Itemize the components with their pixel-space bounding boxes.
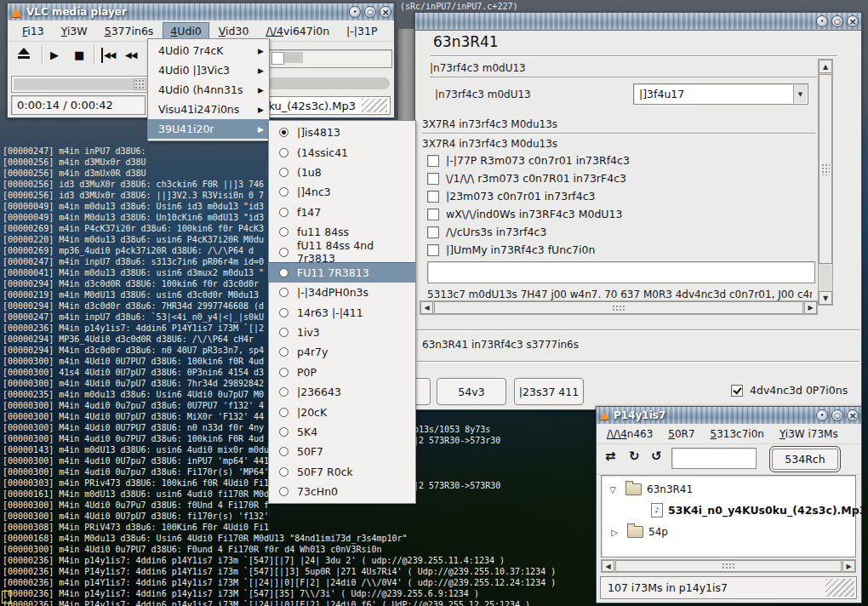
radio-icon[interactable] [279,467,288,477]
scrollbar-thumb[interactable] [819,74,832,264]
minimize-icon[interactable]: • [816,409,828,421]
scroll-left-icon[interactable]: ◀ [420,301,433,314]
radio-icon[interactable] [279,187,288,197]
minimize-icon[interactable]: • [816,15,828,27]
radio-icon[interactable] [279,168,288,177]
repeat-icon[interactable]: ↺ [651,449,662,464]
radio-icon[interactable] [279,288,288,297]
radio-icon[interactable] [279,487,288,496]
tree-group-label[interactable]: 63n3R41 [647,483,693,495]
interface-module-combo[interactable]: |]3f4u17 ▼ [633,83,808,105]
radio-icon[interactable] [279,227,288,237]
menu-item[interactable]: Yi3W [54,22,95,40]
menu-item[interactable]: Vid30 [211,22,257,40]
equalizer-menu-item[interactable]: f147 [269,203,415,222]
tree-item-label[interactable]: 53K4i_n0_y4KUs0ku_(42s3c).Mp3 [668,504,866,517]
scrollbar-thumb[interactable] [434,301,803,314]
equalizer-menu-item[interactable]: (14ssic41 [269,142,415,162]
equalizer-menu-item[interactable]: 1iv3 [269,323,415,342]
equalizer-menu-item[interactable]: |236643 [269,382,415,402]
play-button[interactable]: ▶ [50,48,59,63]
checkbox-row[interactable]: |]UmMy in73Rf4c3 fUnc7i0n [427,241,630,259]
menu-item[interactable]: Fi13 [14,22,52,40]
maximize-icon[interactable]: ○ [364,6,376,18]
radio-icon[interactable] [279,328,288,337]
modules-text-field[interactable] [427,261,815,283]
seek-slider-handle[interactable] [134,78,146,90]
equalizer-menu-item[interactable]: 5K4 [269,422,415,442]
shuffle-icon[interactable]: ⇄ [605,449,616,464]
audio-menu-item[interactable]: 39U41i20r [148,119,269,139]
main-titlebar[interactable]: VLC media player • ○ × [8,3,394,21]
checkbox-row[interactable]: wX\/\/ind0Ws in73RF4c3 M0dU13 [427,205,630,223]
equalizer-menu-item[interactable]: 50F7 [269,442,415,461]
volume-handle[interactable] [271,52,284,65]
equalizer-menu-item[interactable]: |]is4813 [269,123,415,142]
equalizer-menu-item[interactable]: 73cHn0 [269,482,415,501]
radio-icon[interactable] [279,427,288,437]
playlist-horizontal-scrollbar[interactable]: ◀ ▶ [601,559,856,573]
checkbox-row[interactable]: \/1/\/\ r3m073 c0n7R01 in73rF4c3 [427,169,630,187]
tree-item-current[interactable]: ♪ 53K4i_n0_y4KUs0ku_(42s3c).Mp3 [602,500,855,519]
checkbox-row[interactable]: |23m073 c0n7r01 in73rf4c3 [427,187,630,205]
playlist-titlebar[interactable]: P14y1is7 • ○ × [597,407,861,425]
radio-icon[interactable] [279,447,288,456]
previous-button[interactable]: ◀◀ [101,48,115,63]
audio-menu-item[interactable]: Visu41i247i0ns [148,100,269,119]
radio-icon[interactable] [279,268,288,277]
radio-icon[interactable] [279,368,288,377]
resize-grip-icon[interactable] [825,579,854,597]
save-button[interactable]: 54v3 [437,378,506,405]
equalizer-menu-item[interactable]: (1u8 [269,163,415,182]
audio-menu-item[interactable]: 4Udi0 |]3Vic3 [148,60,269,80]
menu-item[interactable]: 5313c7i0n [705,426,769,442]
tree-group-label[interactable]: 54p [648,526,668,538]
menu-item[interactable]: /\/\4n463 [602,426,658,442]
resize-grip-icon[interactable] [362,99,387,112]
reset-all-button[interactable]: |23s37 411 [514,378,584,405]
horizontal-scrollbar[interactable]: ◀ ▶ [420,300,818,315]
radio-icon[interactable] [279,128,288,137]
vertical-scrollbar[interactable]: ▲ ▼ [818,59,833,306]
volume-slider[interactable] [267,49,392,68]
equalizer-menu-item[interactable]: FU11 7R3813 [269,262,415,283]
checkbox[interactable] [427,155,439,167]
equalizer-menu-item[interactable]: 50F7 R0ck [269,462,415,482]
expander-closed-icon[interactable]: ▷ [608,528,620,537]
equalizer-menu-item[interactable]: |-|34dPH0n3s [269,283,415,302]
scroll-down-icon[interactable]: ▼ [819,291,832,305]
rewind-button[interactable]: ◀◀ [125,48,136,63]
checkbox-row[interactable]: /\/cUrs3s in73rf4c3 [427,223,630,241]
equalizer-menu-item[interactable]: |]4nc3 [269,182,415,202]
scroll-left-icon[interactable]: ◀ [602,560,614,572]
radio-icon[interactable] [279,248,288,257]
tree-group-general[interactable]: ▽ 63n3R41 [602,480,855,499]
scroll-right-icon[interactable]: ▶ [842,560,855,572]
equalizer-menu-item[interactable]: 14r63 |-|411 [269,303,415,323]
checkbox[interactable] [427,226,439,238]
audio-menu-item[interactable]: 4Udi0 (h4nn31s [148,80,269,100]
radio-icon[interactable] [279,308,288,317]
close-icon[interactable]: × [380,6,391,18]
eject-button[interactable] [18,48,30,59]
checkbox[interactable] [427,244,439,256]
menu-item[interactable]: 5377in6s [97,22,162,40]
tree-group-sap[interactable]: ▷ 54p [602,523,855,541]
menu-item[interactable]: 50R7 [663,426,700,442]
preferences-titlebar[interactable]: • ○ × [415,13,861,31]
scroll-up-icon[interactable]: ▲ [819,60,832,73]
equalizer-menu-item[interactable]: p4r7y [269,342,415,362]
menu-item[interactable]: Yi3W i73Ms [774,426,843,442]
checkbox[interactable] [427,209,439,220]
expander-open-icon[interactable]: ▽ [607,485,619,495]
chevron-down-icon[interactable]: ▼ [793,85,807,103]
audio-menu-item[interactable]: 4Udi0 7r4cK [148,41,269,60]
loop-icon[interactable]: ↻ [629,449,640,464]
minimize-icon[interactable]: • [349,6,361,18]
radio-icon[interactable] [279,387,288,397]
scroll-right-icon[interactable]: ▶ [804,301,817,314]
equalizer-menu-item[interactable]: |20cK [269,402,415,421]
stop-button[interactable]: ■ [74,48,84,63]
close-icon[interactable]: × [847,15,859,27]
search-button[interactable]: 534Rch [769,446,841,472]
